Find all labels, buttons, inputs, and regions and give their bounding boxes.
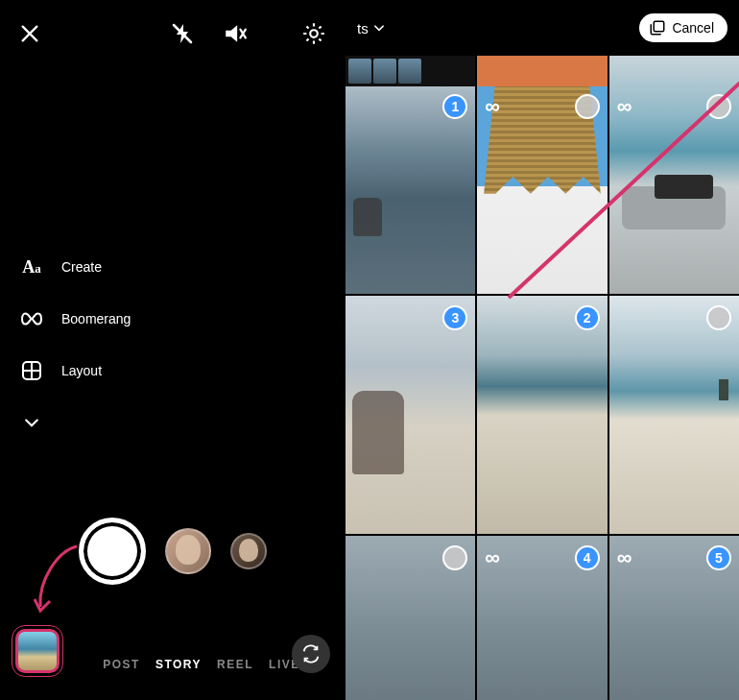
selection-badge-empty (706, 305, 731, 330)
capture-mode-tabs: POST STORY REEL LIVE (103, 658, 300, 671)
mode-create[interactable]: Aa Create (19, 254, 131, 279)
mode-expand-toggle[interactable] (19, 410, 131, 435)
tab-reel[interactable]: REEL (217, 658, 253, 671)
gallery-item[interactable] (346, 536, 475, 700)
selection-badge-empty (706, 94, 731, 119)
shutter-button[interactable] (79, 518, 146, 585)
recents-strip (346, 56, 475, 86)
settings-icon[interactable] (301, 21, 326, 46)
layout-icon (19, 358, 44, 383)
selection-badge: 3 (442, 305, 467, 330)
gallery-item[interactable] (609, 296, 739, 534)
story-mode-list: Aa Create Boomerang Layout (19, 254, 131, 435)
chevron-down-icon (372, 21, 386, 35)
selection-badge: 5 (706, 545, 731, 570)
gallery-item[interactable]: ∞ (477, 56, 607, 294)
selection-badge: 4 (575, 545, 600, 570)
gallery-item[interactable]: ∞ 5 (609, 536, 739, 700)
flash-off-icon[interactable] (171, 21, 194, 46)
svg-point-0 (310, 30, 318, 37)
effect-filter-2[interactable] (230, 533, 267, 569)
gallery-item[interactable]: ∞ 4 (477, 536, 607, 700)
boomerang-icon: ∞ (617, 545, 631, 570)
boomerang-icon: ∞ (485, 94, 498, 119)
album-dropdown[interactable]: ts (357, 20, 386, 36)
gallery-item[interactable]: ∞ (609, 56, 739, 294)
chevron-down-icon (19, 410, 44, 435)
mode-boomerang[interactable]: Boomerang (19, 306, 131, 331)
gallery-item[interactable]: 2 (477, 296, 607, 534)
mode-boomerang-label: Boomerang (61, 311, 131, 326)
mode-layout-label: Layout (61, 363, 102, 378)
album-dropdown-label: ts (357, 20, 369, 36)
boomerang-icon (19, 306, 44, 331)
multi-select-icon (649, 19, 666, 36)
multi-select-cancel-button[interactable]: Cancel (639, 13, 727, 42)
tab-story[interactable]: STORY (155, 658, 202, 671)
recent-banner (477, 56, 607, 86)
switch-camera-button[interactable] (292, 635, 330, 673)
boomerang-icon: ∞ (617, 94, 631, 119)
cancel-label: Cancel (672, 20, 714, 36)
sound-off-icon[interactable] (223, 21, 248, 46)
boomerang-icon: ∞ (485, 545, 498, 570)
camera-story-screen: Aa Create Boomerang Layout (0, 0, 346, 700)
gallery-grid: 1 ∞ ∞ 3 2 ∞ 4 ∞ 5 (346, 56, 739, 700)
selection-badge: 1 (442, 94, 467, 119)
mode-layout[interactable]: Layout (19, 358, 131, 383)
close-icon[interactable] (19, 23, 40, 44)
effect-filter-1[interactable] (165, 528, 211, 574)
shutter-row (0, 518, 346, 585)
mode-create-label: Create (61, 259, 102, 275)
svg-rect-2 (655, 21, 665, 32)
selection-badge-empty (575, 94, 600, 119)
tab-post[interactable]: POST (103, 658, 140, 671)
gallery-picker-screen: ts Cancel 1 (346, 0, 739, 700)
selection-badge-empty (442, 545, 467, 570)
gallery-item[interactable]: 3 (346, 296, 475, 534)
selection-badge: 2 (575, 305, 600, 330)
gallery-top-bar: ts Cancel (346, 0, 739, 56)
gallery-item[interactable]: 1 (346, 56, 475, 294)
camera-top-bar (0, 0, 346, 67)
text-aa-icon: Aa (19, 254, 44, 279)
